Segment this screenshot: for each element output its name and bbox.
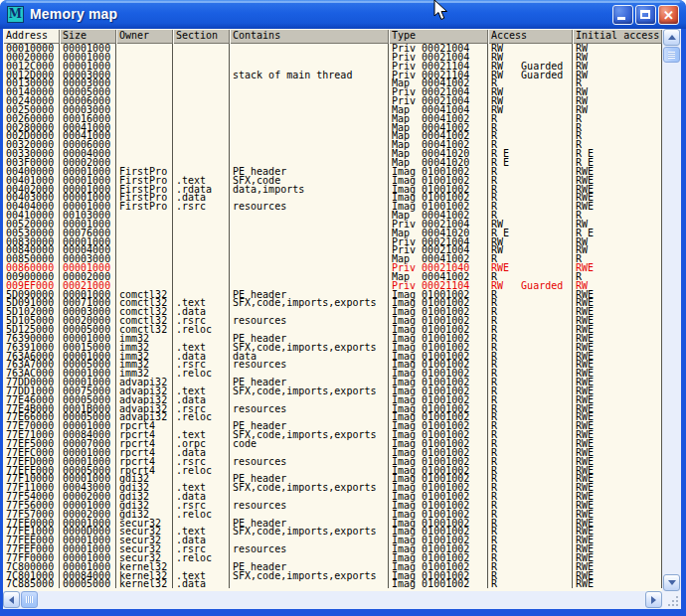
title-bar[interactable]: M Memory map ✕	[0, 0, 686, 29]
scroll-up-button[interactable]	[663, 29, 680, 46]
cell-access: R	[488, 421, 573, 430]
cell-type: Imag 01001002	[389, 579, 488, 588]
cell-access: R	[488, 325, 573, 334]
cell-owner	[116, 62, 173, 71]
cell-contains	[230, 245, 389, 254]
horizontal-scrollbar[interactable]	[3, 591, 662, 609]
cell-access: R	[488, 562, 573, 571]
cell-initial: RW	[573, 245, 662, 254]
cell-section	[173, 237, 230, 246]
cell-contains	[230, 105, 389, 114]
cell-section: .reloc	[173, 553, 230, 562]
cell-initial: RW	[573, 71, 662, 79]
cell-section: .reloc	[173, 510, 230, 519]
cell-access: R	[488, 185, 573, 194]
cell-contains: stack of main thread	[230, 71, 389, 79]
cell-access: R	[488, 439, 573, 448]
cell-contains: SFX,code,imports,exports	[230, 298, 389, 307]
maximize-button[interactable]	[635, 5, 656, 25]
cell-access: R	[488, 519, 573, 528]
cell-contains	[230, 579, 389, 588]
cell-access: R	[488, 430, 573, 439]
cell-contains: resources	[230, 202, 389, 211]
thumb-grip-icon	[26, 596, 33, 603]
cell-section	[173, 131, 230, 140]
cell-access: R	[488, 316, 573, 325]
cell-section	[173, 123, 230, 132]
cell-section	[173, 87, 230, 96]
cell-section	[173, 272, 230, 281]
cell-access: R	[488, 404, 573, 413]
mouse-cursor-icon	[429, 0, 451, 24]
column-header-initial[interactable]: Initial access	[573, 29, 662, 44]
horizontal-scroll-thumb[interactable]	[21, 591, 38, 608]
cell-owner	[116, 96, 173, 105]
titlebar-buttons: ✕	[612, 5, 679, 25]
cell-contains	[230, 96, 389, 105]
minimize-button[interactable]	[612, 5, 633, 25]
column-header-size[interactable]: Size	[60, 29, 116, 44]
cell-access: R	[488, 123, 573, 132]
cell-access: R	[488, 536, 573, 544]
cell-section	[173, 229, 230, 237]
vertical-scrollbar[interactable]	[662, 29, 681, 591]
cell-owner	[116, 149, 173, 158]
arrow-down-icon	[668, 580, 676, 585]
cell-access: R	[488, 334, 573, 343]
cell-contains	[230, 87, 389, 96]
cell-access: R	[488, 553, 573, 562]
cell-section: .reloc	[173, 369, 230, 378]
column-header-contains[interactable]: Contains	[230, 29, 389, 44]
cell-initial: RW	[573, 105, 662, 114]
column-header-owner[interactable]: Owner	[116, 29, 173, 44]
cell-contains: SFX,code,imports,exports	[230, 571, 389, 580]
cell-owner	[116, 71, 173, 79]
memory-map-client: AddressSizeOwnerSectionContainsTypeAcces…	[3, 29, 681, 609]
cell-section	[173, 114, 230, 123]
cell-owner	[116, 272, 173, 281]
cell-section	[173, 62, 230, 71]
arrow-up-icon	[668, 35, 676, 40]
cell-owner: kernel32	[116, 579, 173, 588]
vertical-scroll-thumb[interactable]	[663, 47, 680, 63]
cell-contains: data,imports	[230, 185, 389, 194]
cell-contains: resources	[230, 404, 389, 413]
cell-access: R	[488, 412, 573, 421]
cell-owner	[116, 44, 173, 53]
column-header-access[interactable]: Access	[488, 29, 573, 44]
scroll-left-button[interactable]	[3, 591, 20, 608]
cell-access: R	[488, 483, 573, 492]
column-header-section[interactable]: Section	[173, 29, 230, 44]
cell-owner	[116, 78, 173, 87]
cell-access: RW Guarded	[488, 71, 573, 79]
cell-access: R	[488, 114, 573, 123]
cell-initial: R	[573, 123, 662, 132]
cell-contains	[230, 131, 389, 140]
cell-section	[173, 220, 230, 229]
cell-section	[173, 281, 230, 290]
cell-owner	[116, 211, 173, 220]
column-header-type[interactable]: Type	[389, 29, 488, 44]
cell-contains: resources	[230, 316, 389, 325]
cell-access: R	[488, 167, 573, 176]
resize-grip[interactable]	[662, 591, 681, 609]
cell-access: R	[488, 544, 573, 553]
cell-contains: resources	[230, 360, 389, 369]
cell-section	[173, 71, 230, 79]
table-row[interactable]: 7C88500000005000kernel32.dataImag 010010…	[3, 579, 662, 588]
scroll-down-button[interactable]	[663, 574, 680, 591]
scroll-right-button[interactable]	[645, 591, 662, 608]
cell-access: R	[488, 307, 573, 316]
cell-owner: FirstPro	[116, 202, 173, 211]
cell-owner	[116, 114, 173, 123]
cell-owner	[116, 123, 173, 132]
cell-access: R	[488, 527, 573, 536]
maximize-icon	[640, 10, 650, 19]
column-header-address[interactable]: Address	[3, 29, 60, 44]
cell-owner	[116, 87, 173, 96]
cell-access: R	[488, 501, 573, 510]
close-button[interactable]: ✕	[658, 5, 679, 25]
cell-section	[173, 96, 230, 105]
cell-owner	[116, 245, 173, 254]
cell-contains	[230, 272, 389, 281]
